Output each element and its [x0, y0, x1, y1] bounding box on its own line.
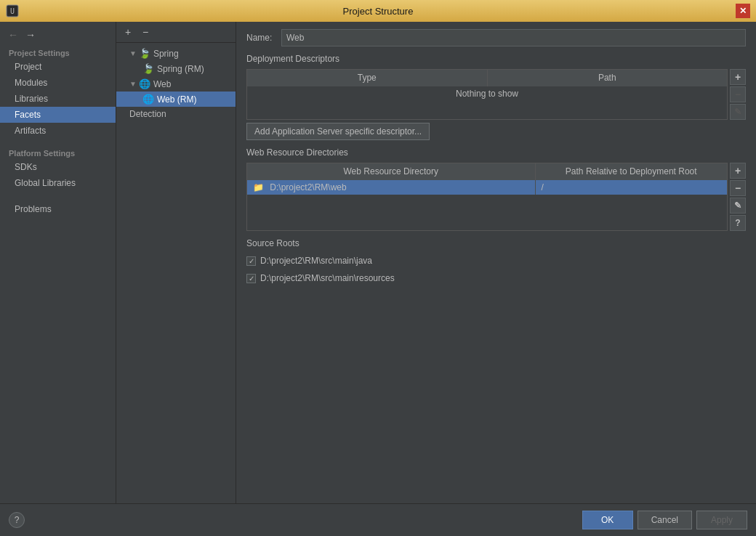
sidebar-item-problems[interactable]: Problems [0, 201, 116, 217]
col-path: Path [487, 70, 727, 86]
edit-web-resource-button[interactable]: ✎ [730, 198, 746, 214]
spring-icon: 🍃 [139, 48, 150, 59]
sidebar-nav: ← → [0, 25, 116, 44]
back-arrow[interactable]: ← [6, 28, 20, 41]
spring-arrow: ▼ [129, 49, 137, 57]
name-label: Name: [246, 33, 276, 43]
web-resource-table-container: Web Resource Directory Path Relative to … [246, 163, 746, 231]
web-rm-icon: 🌐 [142, 94, 154, 105]
facets-panel: + − ▼ 🍃 Spring 🍃 Spring (RM) ▼ 🌐 Web 🌐 [116, 22, 236, 503]
spring-rm-tree-item[interactable]: 🍃 Spring (RM) [116, 61, 236, 76]
main-container: ← → Project Settings Project Modules Lib… [0, 22, 756, 503]
table-row[interactable]: 📁 D:\project2\RM\web / [247, 180, 727, 195]
add-deployment-button[interactable]: + [730, 69, 746, 85]
sidebar: ← → Project Settings Project Modules Lib… [0, 22, 116, 503]
source-root-checkbox-1[interactable] [246, 274, 256, 283]
add-descriptor-button[interactable]: Add Application Server specific descript… [246, 123, 430, 140]
deployment-side-buttons: + − ✎ [728, 69, 746, 120]
source-roots-section: Source Roots D:\project2\RM\src\main\jav… [246, 238, 746, 285]
path-relative-cell: / [535, 180, 727, 195]
web-resource-side-buttons: + − ✎ ? [728, 163, 746, 231]
deployment-descriptors-table-wrap: Type Path Nothing to show [246, 69, 728, 120]
folder-icon: 📁 [253, 182, 264, 192]
name-row: Name: [246, 29, 746, 46]
source-root-checkbox-0[interactable] [246, 256, 256, 266]
sidebar-item-facets[interactable]: Facets [0, 107, 116, 123]
deployment-descriptors-section: Deployment Descriptors Type Path [246, 54, 746, 140]
help-button[interactable]: ? [9, 512, 25, 528]
col-type: Type [247, 70, 487, 86]
web-tree-item[interactable]: ▼ 🌐 Web [116, 76, 236, 92]
sidebar-item-global-libraries[interactable]: Global Libraries [0, 175, 116, 191]
source-root-item-0: D:\project2\RM\src\main\java [246, 253, 746, 268]
platform-settings-label: Platform Settings [0, 145, 116, 159]
web-icon: 🌐 [139, 78, 150, 89]
web-arrow: ▼ [129, 80, 137, 88]
apply-button[interactable]: Apply [696, 511, 747, 529]
empty-message: Nothing to show [247, 86, 727, 102]
content-panel: Name: Deployment Descriptors Type [236, 22, 756, 503]
add-web-resource-button[interactable]: + [730, 163, 746, 179]
deployment-descriptors-table-container: Type Path Nothing to show [246, 69, 746, 120]
web-rm-tree-item[interactable]: 🌐 Web (RM) [116, 92, 236, 107]
svg-text:U: U [10, 7, 15, 15]
web-resource-table-wrap: Web Resource Directory Path Relative to … [246, 163, 728, 231]
deployment-descriptors-table: Type Path Nothing to show [247, 70, 727, 101]
sidebar-item-libraries[interactable]: Libraries [0, 91, 116, 107]
action-buttons: OK Cancel Apply [582, 511, 747, 529]
sidebar-item-project[interactable]: Project [0, 59, 116, 75]
sidebar-item-modules[interactable]: Modules [0, 75, 116, 91]
remove-web-resource-button[interactable]: − [730, 180, 746, 196]
col-web-resource-dir: Web Resource Directory [247, 163, 535, 180]
dialog-title: Project Structure [343, 6, 414, 17]
help-web-resource-button[interactable]: ? [730, 215, 746, 231]
source-root-item-1: D:\project2\RM\src\main\resources [246, 271, 746, 285]
web-resource-table: Web Resource Directory Path Relative to … [247, 163, 727, 195]
web-resource-label: Web Resource Directories [246, 147, 746, 158]
ok-button[interactable]: OK [582, 511, 633, 529]
sidebar-item-artifacts[interactable]: Artifacts [0, 123, 116, 139]
forward-arrow[interactable]: → [23, 28, 38, 41]
project-settings-label: Project Settings [0, 44, 116, 59]
name-input[interactable] [281, 29, 746, 46]
web-resource-dir-cell: 📁 D:\project2\RM\web [247, 180, 535, 195]
col-path-relative: Path Relative to Deployment Root [535, 163, 727, 180]
deployment-descriptors-label: Deployment Descriptors [246, 54, 746, 64]
title-bar: U Project Structure ✕ [0, 0, 756, 22]
app-logo: U [6, 4, 19, 17]
add-facet-button[interactable]: + [121, 25, 135, 39]
facets-toolbar: + − [116, 22, 236, 43]
bottom-bar: ? OK Cancel Apply [0, 503, 756, 536]
close-button[interactable]: ✕ [736, 4, 750, 18]
spring-tree-item[interactable]: ▼ 🍃 Spring [116, 46, 236, 61]
cancel-button[interactable]: Cancel [638, 511, 692, 529]
source-roots-label: Source Roots [246, 238, 746, 248]
edit-deployment-button[interactable]: ✎ [730, 104, 746, 120]
facets-tree: ▼ 🍃 Spring 🍃 Spring (RM) ▼ 🌐 Web 🌐 Web (… [116, 43, 236, 503]
detection-tree-item[interactable]: Detection [116, 107, 236, 121]
remove-deployment-button[interactable]: − [730, 86, 746, 102]
sidebar-item-sdks[interactable]: SDKs [0, 159, 116, 175]
spring-rm-icon: 🍃 [142, 63, 154, 74]
remove-facet-button[interactable]: − [138, 25, 153, 39]
web-resource-section: Web Resource Directories Web Resource Di… [246, 147, 746, 231]
